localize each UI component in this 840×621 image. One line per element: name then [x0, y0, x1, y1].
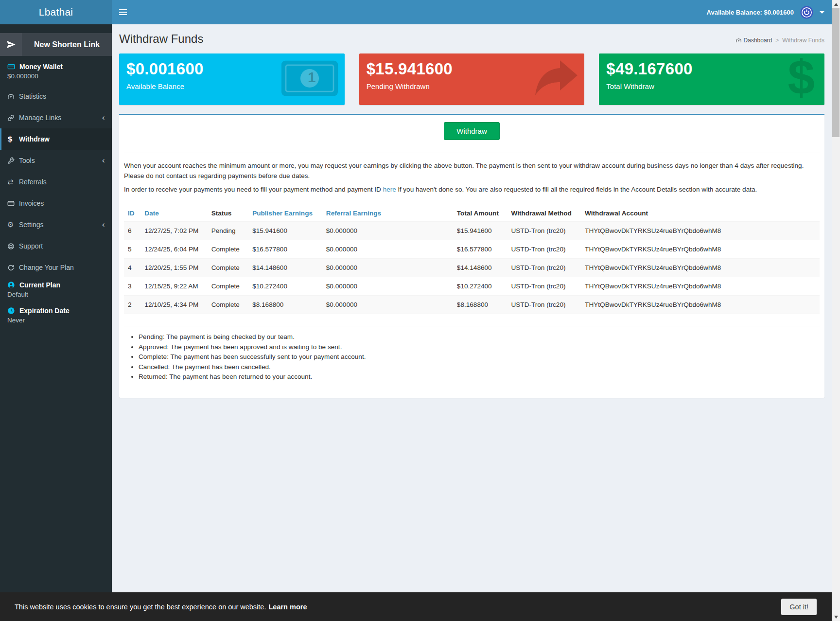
sidebar-item-label: Referrals — [19, 178, 47, 186]
payment-method-paragraph: In order to receive your payments you ne… — [124, 184, 820, 195]
sidebar-menu: Statistics Manage Links ‹ $ Withdraw Too… — [0, 86, 112, 278]
sidebar-item-label: Withdraw — [19, 135, 50, 143]
table-row: 4 12/20/25, 1:55 PM Complete $14.148600 … — [124, 259, 820, 277]
brand-logo[interactable]: Lbathai — [0, 0, 112, 24]
chevron-down-icon[interactable] — [820, 11, 824, 14]
legend-item: Complete: The payment has been successfu… — [139, 353, 820, 360]
refresh-icon — [7, 264, 19, 271]
legend-item: Pending: The payment is being checked by… — [139, 333, 820, 340]
share-arrow-icon — [532, 56, 580, 101]
sidebar-item-label: Settings — [19, 221, 44, 229]
dollar-icon: $ — [7, 135, 19, 143]
power-logout-icon[interactable] — [800, 6, 813, 19]
col-header-status: Status — [208, 205, 248, 222]
sidebar-item-referrals[interactable]: ⇄ Referrals — [0, 171, 112, 193]
sidebar-item-manage-links[interactable]: Manage Links ‹ — [0, 107, 112, 128]
table-row: 3 12/15/25, 9:22 AM Complete $10.272400 … — [124, 277, 820, 296]
withdraw-button[interactable]: Withdraw — [444, 122, 500, 140]
current-plan-value: Default — [7, 291, 105, 298]
expiration-value: Never — [7, 317, 105, 324]
money-bill-one-glyph: 1 — [308, 69, 316, 86]
sidebar-toggle-button[interactable] — [112, 0, 134, 24]
divider — [124, 153, 820, 153]
withdraw-info-paragraph: When your account reaches the minimum am… — [124, 160, 820, 181]
card-label: Total Withdraw — [606, 82, 817, 90]
clock-icon — [7, 307, 15, 315]
table-row: 5 12/24/25, 6:04 PM Complete $16.577800 … — [124, 240, 820, 259]
vertical-scrollbar[interactable] — [832, 0, 840, 621]
withdrawals-table: ID Date Status Publisher Earnings Referr… — [124, 205, 820, 314]
available-balance-text: Available Balance: $0.001600 — [707, 9, 794, 16]
sidebar-item-label: Tools — [19, 157, 35, 164]
scroll-up-arrow-icon[interactable] — [832, 0, 840, 8]
divider — [124, 326, 820, 326]
sidebar-item-label: Change Your Plan — [19, 264, 74, 271]
col-header-total-amount: Total Amount — [453, 205, 508, 222]
table-header-row: ID Date Status Publisher Earnings Referr… — [124, 205, 820, 222]
new-shorten-link-button[interactable]: New Shorten Link — [0, 33, 112, 56]
money-wallet-value: $0.000000 — [7, 72, 105, 80]
cookie-text: This website uses cookies to ensure you … — [15, 603, 266, 611]
dashboard-gauge-icon — [735, 37, 742, 44]
current-plan-label: Current Plan — [19, 281, 60, 289]
link-chain-icon — [7, 114, 19, 122]
breadcrumb: Dashboard > Withdraw Funds — [735, 37, 824, 46]
sidebar-item-withdraw[interactable]: $ Withdraw — [0, 128, 112, 150]
legend-item: Approved: The payment has been approved … — [139, 343, 820, 351]
sidebar-item-label: Statistics — [19, 92, 46, 100]
learn-more-link[interactable]: Learn more — [268, 603, 307, 611]
sidebar-item-label: Manage Links — [19, 114, 61, 122]
got-it-button[interactable]: Got it! — [781, 599, 817, 615]
main-content: Withdraw Funds Dashboard > Withdraw Fund… — [112, 24, 840, 621]
sidebar-item-invoices[interactable]: Invoices — [0, 193, 112, 214]
here-link[interactable]: here — [383, 186, 396, 193]
scrollbar-thumb[interactable] — [832, 8, 840, 137]
money-wallet-label: Money Wallet — [19, 63, 63, 71]
col-header-withdrawal-account: Withdrawal Account — [581, 205, 820, 222]
scroll-down-arrow-icon[interactable] — [832, 613, 840, 621]
tachometer-icon — [7, 93, 19, 100]
pending-withdrawn-card: $15.941600 Pending Withdrawn — [359, 53, 585, 105]
exchange-arrows-icon: ⇄ — [7, 178, 19, 186]
sidebar-item-change-plan[interactable]: Change Your Plan — [0, 257, 112, 278]
table-row: 6 12/27/25, 7:02 PM Pending $15.941600 $… — [124, 222, 820, 240]
chevron-left-icon: ‹ — [102, 114, 105, 122]
sidebar-item-tools[interactable]: Tools ‹ — [0, 150, 112, 171]
top-bar: Lbathai Available Balance: $0.001600 — [0, 0, 840, 24]
col-header-referral-earnings[interactable]: Referral Earnings — [322, 205, 453, 222]
expiration-label: Expiration Date — [19, 307, 70, 315]
total-withdraw-card: $49.167600 Total Withdraw $ — [599, 53, 824, 105]
gears-icon: ⚙ — [7, 221, 19, 229]
card-value: $49.167600 — [606, 60, 817, 78]
user-circle-icon — [7, 281, 15, 289]
col-header-withdrawal-method: Withdrawal Method — [507, 205, 581, 222]
legend-item: Cancelled: The payment has been cancelle… — [139, 363, 820, 371]
navbar-right: Available Balance: $0.001600 — [707, 6, 840, 19]
sidebar-item-settings[interactable]: ⚙ Settings ‹ — [0, 214, 112, 235]
col-header-date[interactable]: Date — [140, 205, 207, 222]
breadcrumb-separator: > — [775, 37, 779, 44]
col-header-id[interactable]: ID — [124, 205, 140, 222]
breadcrumb-dashboard-link[interactable]: Dashboard — [735, 37, 772, 44]
paper-plane-icon — [0, 33, 22, 56]
dollar-sign-icon: $ — [788, 54, 815, 101]
new-shorten-link-label: New Shorten Link — [22, 33, 112, 56]
sidebar-item-statistics[interactable]: Statistics — [0, 86, 112, 107]
withdraw-panel: Withdraw When your account reaches the m… — [119, 114, 824, 398]
col-header-publisher-earnings[interactable]: Publisher Earnings — [248, 205, 322, 222]
stat-cards: $0.001600 Available Balance 1 $15.941600… — [119, 53, 824, 105]
available-balance-card: $0.001600 Available Balance 1 — [119, 53, 345, 105]
chevron-left-icon: ‹ — [102, 221, 105, 229]
credit-card-icon — [7, 63, 15, 71]
current-plan-block: Current Plan Default — [0, 278, 112, 299]
cookie-banner: This website uses cookies to ensure you … — [0, 592, 840, 621]
chevron-left-icon: ‹ — [102, 157, 105, 165]
sidebar-item-label: Support — [19, 242, 43, 250]
credit-card-icon — [7, 200, 19, 207]
sidebar-item-support[interactable]: Support — [0, 235, 112, 257]
table-row: 2 12/10/25, 4:34 PM Complete $8.168800 $… — [124, 296, 820, 314]
breadcrumb-current: Withdraw Funds — [782, 37, 824, 44]
sidebar-item-label: Invoices — [19, 199, 44, 207]
life-ring-icon — [7, 243, 19, 250]
wrench-icon — [7, 157, 19, 164]
